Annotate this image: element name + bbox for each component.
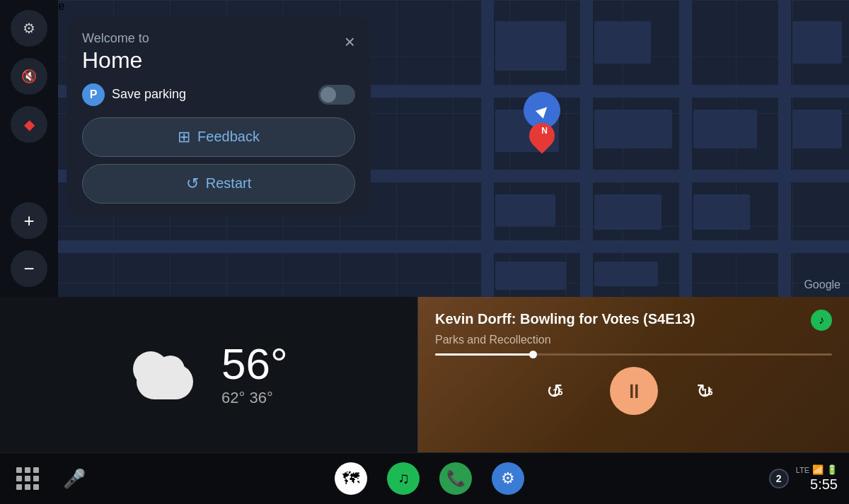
track-title: Kevin Dorff: Bowling for Votes (S4E13) [435, 310, 804, 328]
map-block [693, 110, 757, 148]
restart-icon: ↺ [186, 175, 199, 193]
parking-toggle[interactable] [318, 85, 355, 105]
mute-button[interactable]: 🔇 [11, 58, 47, 95]
restart-button[interactable]: ↺ Restart [82, 164, 355, 204]
maps-app-button[interactable]: 🗺 [335, 462, 367, 495]
road [580, 0, 593, 297]
battery-icon: 🔋 [826, 464, 838, 475]
assistant-button[interactable]: 🎤 [58, 462, 91, 495]
brand-watermark: 9TO5Google [0, 0, 849, 13]
popup-title-group: Welcome to Home [82, 31, 149, 74]
cloud-icon [129, 350, 200, 399]
parking-label: Save parking [112, 87, 311, 102]
svg-text:15: 15 [703, 387, 712, 397]
map-block [594, 262, 658, 286]
close-button[interactable]: × [345, 33, 355, 51]
taskbar-right: 2 LTE 📶 🔋 5:55 [769, 464, 838, 493]
zoom-out-button[interactable]: − [11, 250, 47, 287]
pause-button[interactable]: ⏸ [610, 367, 658, 415]
mute-icon: 🔇 [21, 69, 37, 84]
microphone-icon: 🎤 [63, 468, 86, 490]
map-block [792, 110, 842, 148]
status-area: LTE 📶 🔋 5:55 [796, 464, 838, 493]
settings-app-button[interactable]: ⚙ [492, 462, 524, 495]
road [0, 240, 849, 253]
media-controls: ↺ 15 ⏸ ↻ 15 [435, 367, 832, 415]
feedback-button[interactable]: ⊞ Feedback [82, 117, 355, 157]
map-block [495, 262, 566, 290]
map-block [495, 21, 566, 71]
notification-badge[interactable]: 2 [769, 469, 789, 488]
clock-display: 5:55 [810, 476, 838, 493]
settings-icon: ⚙ [501, 469, 515, 488]
feedback-icon: ⊞ [178, 128, 190, 146]
track-subtitle: Parks and Recollection [435, 334, 832, 346]
temperature-range: 62° 36° [221, 389, 288, 407]
weather-info: 56° 62° 36° [221, 342, 288, 407]
home-text: Home [82, 47, 149, 74]
gear-icon: ⚙ [23, 20, 35, 37]
road [481, 0, 494, 297]
popup-card: Welcome to Home × P Save parking ⊞ Feedb… [67, 17, 371, 216]
map-block [495, 194, 555, 226]
signal-row: LTE 📶 🔋 [796, 464, 838, 475]
spotify-app-button[interactable]: ♫ [387, 462, 420, 495]
progress-fill [435, 353, 534, 356]
signal-bars-icon: 📶 [812, 464, 824, 475]
map-block [594, 110, 672, 148]
google-watermark: Google [804, 279, 841, 291]
spotify-icon: ♪ [811, 310, 832, 331]
map-block [792, 21, 842, 64]
bottom-section: 56° 62° 36° Kevin Dorff: Bowling for Vot… [0, 297, 849, 452]
feedback-label: Feedback [197, 129, 260, 145]
settings-button[interactable]: ⚙ [11, 10, 47, 47]
svg-text:15: 15 [553, 387, 562, 397]
apps-button[interactable] [11, 462, 44, 495]
popup-header: Welcome to Home × [82, 31, 355, 74]
road [679, 0, 692, 297]
taskbar: 🎤 🗺 ♫ 📞 ⚙ 2 LTE 📶 🔋 5:55 [0, 452, 849, 504]
temperature-display: 56° [221, 342, 288, 386]
taskbar-left: 🎤 [11, 462, 91, 495]
location-button[interactable]: ◆ [11, 106, 47, 143]
zoom-in-button[interactable]: + [11, 202, 47, 239]
map-block [693, 194, 750, 230]
road [778, 0, 791, 297]
map-marker [524, 92, 560, 148]
progress-bar[interactable] [435, 353, 832, 356]
map-block [594, 21, 651, 64]
minus-icon: − [23, 258, 34, 280]
location-icon: ◆ [24, 116, 35, 133]
maps-icon: 🗺 [342, 469, 359, 488]
cloud-body [137, 364, 193, 399]
restart-label: Restart [206, 175, 251, 192]
lte-indicator: LTE [796, 466, 809, 474]
weather-panel: 56° 62° 36° [0, 297, 417, 452]
plus-icon: + [23, 210, 34, 232]
parking-row: P Save parking [82, 83, 355, 106]
forward-button[interactable]: ↻ 15 [693, 378, 724, 404]
spotify-logo-icon: ♫ [398, 469, 410, 488]
media-panel: Kevin Dorff: Bowling for Votes (S4E13) ♪… [417, 297, 849, 452]
pause-icon: ⏸ [624, 380, 644, 403]
rewind-button[interactable]: ↺ 15 [543, 378, 574, 404]
rewind-icon: ↺ 15 [543, 378, 574, 404]
sidebar: ⚙ 🔇 ◆ + − [0, 0, 58, 297]
parking-icon: P [82, 83, 105, 106]
phone-app-button[interactable]: 📞 [439, 462, 472, 495]
welcome-text: Welcome to [82, 31, 149, 47]
forward-icon: ↻ 15 [693, 378, 724, 404]
taskbar-center: 🗺 ♫ 📞 ⚙ [91, 462, 769, 495]
media-header: Kevin Dorff: Bowling for Votes (S4E13) ♪ [435, 310, 832, 331]
map-block [594, 194, 662, 230]
phone-icon: 📞 [446, 469, 466, 488]
grid-icon [16, 467, 39, 490]
